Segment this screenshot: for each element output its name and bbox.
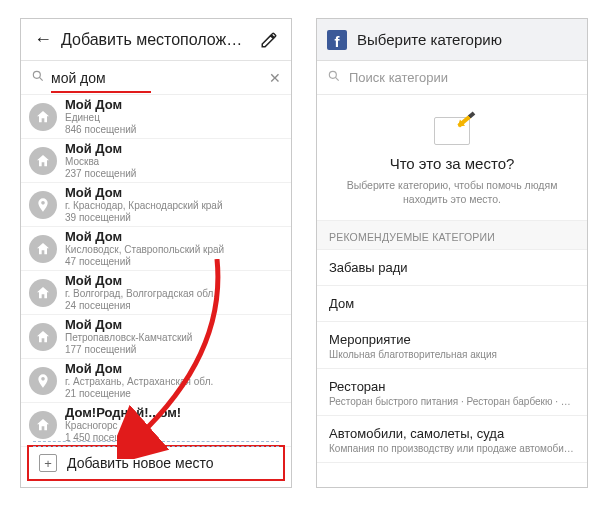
- result-title: Мой Дом: [65, 142, 285, 157]
- result-subtitle: г. Волгоград, Волгоградская обл.: [65, 288, 285, 300]
- edit-icon[interactable]: [255, 31, 283, 49]
- category-list: Забавы радиДомМероприятиеШкольная благот…: [317, 250, 587, 463]
- svg-point-0: [33, 71, 40, 78]
- page-title: Добавить местоположен…: [57, 31, 255, 49]
- result-visits: 39 посещений: [65, 212, 285, 224]
- result-title: Мой Дом: [65, 318, 285, 333]
- home-icon: [29, 411, 57, 439]
- highlight-underline: [51, 91, 151, 93]
- header-right: f Выберите категорию: [317, 19, 587, 61]
- result-title: Мой Дом: [65, 186, 285, 201]
- result-visits: 24 посещения: [65, 300, 285, 312]
- facebook-icon: f: [327, 30, 347, 50]
- header-left: ← Добавить местоположен…: [21, 19, 291, 61]
- result-title: Мой Дом: [65, 274, 285, 289]
- category-item[interactable]: МероприятиеШкольная благотворительная ак…: [317, 322, 587, 369]
- result-visits: 177 посещений: [65, 344, 285, 356]
- result-subtitle: г. Астрахань, Астраханская обл.: [65, 376, 285, 388]
- pin-icon: [29, 191, 57, 219]
- result-row[interactable]: Мой Домг. Астрахань, Астраханская обл.21…: [21, 359, 291, 403]
- category-item[interactable]: РесторанРесторан быстрого питания · Рест…: [317, 369, 587, 416]
- note-pencil-icon: [434, 117, 470, 145]
- promo-title: Что это за место?: [335, 155, 569, 172]
- home-icon: [29, 147, 57, 175]
- result-subtitle: Москва: [65, 156, 285, 168]
- search-icon: [327, 69, 341, 86]
- result-visits: 846 посещений: [65, 124, 285, 136]
- category-sub: Школьная благотворительная акция: [329, 349, 575, 360]
- result-subtitle: Единец: [65, 112, 285, 124]
- add-place-label: Добавить новое место: [67, 455, 213, 471]
- result-row[interactable]: Мой Домг. Волгоград, Волгоградская обл.2…: [21, 271, 291, 315]
- svg-line-3: [335, 77, 338, 80]
- promo-subtitle: Выберите категорию, чтобы помочь людям н…: [335, 178, 569, 206]
- search-bar: ✕: [21, 61, 291, 95]
- svg-point-2: [329, 71, 336, 78]
- category-item[interactable]: Автомобили, самолеты, судаКомпания по пр…: [317, 416, 587, 463]
- section-header: РЕКОМЕНДУЕМЫЕ КАТЕГОРИИ: [317, 220, 587, 250]
- home-icon: [29, 279, 57, 307]
- result-visits: 47 посещений: [65, 256, 285, 268]
- result-subtitle: Петропавловск-Камчатский: [65, 332, 285, 344]
- search-icon: [31, 69, 45, 86]
- result-row[interactable]: Мой ДомКисловодск, Ставропольский край47…: [21, 227, 291, 271]
- promo-block: Что это за место? Выберите категорию, чт…: [317, 95, 587, 220]
- result-row[interactable]: Мой ДомПетропавловск-Камчатский177 посещ…: [21, 315, 291, 359]
- pin-icon: [29, 367, 57, 395]
- back-icon[interactable]: ←: [29, 29, 57, 50]
- category-item[interactable]: Забавы ради: [317, 250, 587, 286]
- category-name: Дом: [329, 296, 575, 311]
- add-place-button[interactable]: + Добавить новое место: [27, 445, 285, 481]
- search-placeholder: Поиск категории: [349, 70, 448, 85]
- category-name: Забавы ради: [329, 260, 575, 275]
- page-title: Выберите категорию: [357, 31, 502, 48]
- result-visits: 237 посещений: [65, 168, 285, 180]
- result-row[interactable]: Мой ДомЕдинец846 посещений: [21, 95, 291, 139]
- result-subtitle: Кисловодск, Ставропольский край: [65, 244, 285, 256]
- results-list: Мой ДомЕдинец846 посещенийМой ДомМосква2…: [21, 95, 291, 447]
- plus-icon: +: [39, 454, 57, 472]
- home-icon: [29, 323, 57, 351]
- svg-line-1: [39, 77, 42, 80]
- clear-icon[interactable]: ✕: [267, 70, 283, 86]
- home-icon: [29, 103, 57, 131]
- category-sub: Ресторан быстрого питания · Ресторан бар…: [329, 396, 575, 407]
- result-title: Мой Дом: [65, 230, 285, 245]
- result-visits: 21 посещение: [65, 388, 285, 400]
- category-search[interactable]: Поиск категории: [317, 61, 587, 95]
- category-sub: Компания по производству или продаже авт…: [329, 443, 575, 454]
- home-icon: [29, 235, 57, 263]
- result-subtitle: г. Краснодар, Краснодарский край: [65, 200, 285, 212]
- result-title: Дом!Родной!...ом!: [65, 406, 285, 421]
- result-row[interactable]: Мой ДомМосква237 посещений: [21, 139, 291, 183]
- phone-right: f Выберите категорию Поиск категории Что…: [316, 18, 588, 488]
- result-row[interactable]: Мой Домг. Краснодар, Краснодарский край3…: [21, 183, 291, 227]
- result-title: Мой Дом: [65, 98, 285, 113]
- category-item[interactable]: Дом: [317, 286, 587, 322]
- result-subtitle: Красногорс: [65, 420, 285, 432]
- search-input[interactable]: [51, 70, 267, 86]
- category-name: Ресторан: [329, 379, 575, 394]
- category-name: Мероприятие: [329, 332, 575, 347]
- phone-left: ← Добавить местоположен… ✕ Мой ДомЕдинец…: [20, 18, 292, 488]
- category-name: Автомобили, самолеты, суда: [329, 426, 575, 441]
- result-title: Мой Дом: [65, 362, 285, 377]
